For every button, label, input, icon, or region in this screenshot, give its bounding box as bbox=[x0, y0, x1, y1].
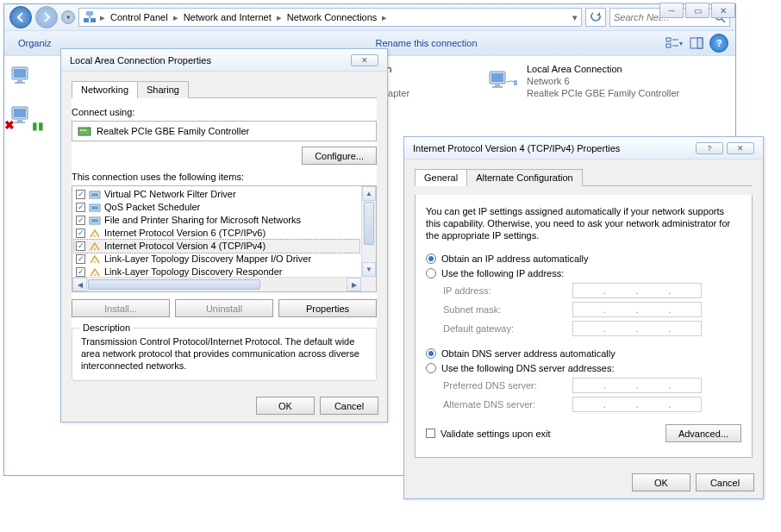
components-listbox[interactable]: ✓Virtual PC Network Filter Driver✓QoS Pa… bbox=[72, 185, 377, 292]
network-adapter-icon bbox=[9, 65, 41, 89]
svg-rect-17 bbox=[491, 73, 503, 82]
scroll-down-button[interactable]: ▼ bbox=[362, 262, 376, 277]
list-item[interactable]: ✓File and Printer Sharing for Microsoft … bbox=[74, 214, 359, 227]
validate-label: Validate settings upon exit bbox=[440, 429, 551, 439]
forward-button[interactable] bbox=[35, 6, 58, 28]
item-checkbox[interactable]: ✓ bbox=[76, 254, 85, 264]
dialog-titlebar[interactable]: Local Area Connection Properties ✕ bbox=[61, 49, 387, 72]
properties-button[interactable]: Properties bbox=[278, 299, 377, 317]
cancel-button[interactable]: Cancel bbox=[320, 397, 378, 415]
list-item[interactable]: ✓Internet Protocol Version 4 (TCP/IPv4) bbox=[74, 240, 359, 253]
list-item[interactable]: ✓Internet Protocol Version 6 (TCP/IPv6) bbox=[74, 227, 359, 240]
cancel-button[interactable]: Cancel bbox=[696, 473, 754, 491]
svg-rect-5 bbox=[666, 44, 671, 47]
description-label: Description bbox=[79, 322, 134, 333]
scrollbar-horizontal[interactable]: ◀ ▶ bbox=[72, 277, 361, 291]
radio-use-ip-label: Use the following IP address: bbox=[441, 268, 564, 279]
ipv4-properties-dialog: Internet Protocol Version 4 (TCP/IPv4) P… bbox=[403, 136, 764, 499]
scroll-thumb[interactable] bbox=[364, 202, 374, 245]
item-checkbox[interactable]: ✓ bbox=[76, 228, 85, 238]
svg-rect-21 bbox=[78, 128, 91, 135]
item-checkbox[interactable]: ✓ bbox=[76, 203, 85, 212]
item-label: QoS Packet Scheduler bbox=[104, 201, 200, 214]
breadcrumb-bar[interactable]: ▸ Control Panel ▸ Network and Internet ▸… bbox=[78, 8, 582, 27]
tab-sharing[interactable]: Sharing bbox=[137, 81, 189, 98]
scroll-left-button[interactable]: ◀ bbox=[72, 278, 87, 291]
configure-button[interactable]: Configure... bbox=[302, 147, 377, 165]
list-item[interactable]: ✓QoS Packet Scheduler bbox=[74, 201, 359, 214]
adapter-field[interactable]: Realtek PCIe GBE Family Controller bbox=[72, 121, 377, 141]
maximize-button[interactable]: ▭ bbox=[685, 3, 709, 18]
list-item[interactable]: ✓Virtual PC Network Filter Driver bbox=[74, 188, 359, 201]
breadcrumb-item[interactable]: Network Connections bbox=[285, 11, 379, 23]
item-label: Link-Layer Topology Discovery Mapper I/O… bbox=[104, 253, 311, 266]
chevron-down-icon[interactable]: ▾ bbox=[572, 12, 578, 23]
svg-rect-15 bbox=[15, 122, 25, 123]
ip-address-label: IP address: bbox=[443, 285, 572, 296]
ok-button[interactable]: OK bbox=[256, 397, 315, 415]
dialog-titlebar[interactable]: Internet Protocol Version 4 (TCP/IPv4) P… bbox=[404, 137, 763, 160]
scroll-right-button[interactable]: ▶ bbox=[347, 278, 361, 291]
help-button[interactable]: ? bbox=[709, 34, 728, 53]
item-checkbox[interactable]: ✓ bbox=[76, 190, 85, 199]
minimize-button[interactable]: ─ bbox=[659, 3, 684, 18]
list-item[interactable]: ✓Link-Layer Topology Discovery Mapper I/… bbox=[74, 253, 359, 266]
radio-use-dns[interactable] bbox=[426, 363, 436, 373]
scroll-thumb[interactable] bbox=[88, 279, 260, 290]
protocol-icon bbox=[89, 228, 101, 239]
chevron-right-icon: ▸ bbox=[100, 12, 105, 23]
alternate-dns-field[interactable]: ... bbox=[572, 397, 702, 412]
item-checkbox[interactable]: ✓ bbox=[76, 267, 85, 277]
preview-pane-button[interactable] bbox=[687, 34, 706, 53]
history-dropdown[interactable]: ▾ bbox=[61, 10, 75, 24]
protocol-icon bbox=[89, 241, 101, 252]
svg-rect-9 bbox=[14, 69, 26, 78]
view-options-button[interactable]: ▾ bbox=[665, 34, 684, 53]
tabstrip: Networking Sharing bbox=[72, 80, 377, 98]
advanced-button[interactable]: Advanced... bbox=[665, 424, 741, 442]
dialog-close-button[interactable]: ✕ bbox=[351, 54, 378, 66]
breadcrumb-item[interactable]: Network and Internet bbox=[182, 11, 273, 23]
svg-rect-23 bbox=[84, 129, 86, 131]
tabstrip: General Alternate Configuration bbox=[415, 168, 753, 186]
ip-address-field[interactable]: ... bbox=[572, 283, 702, 298]
connection-item[interactable]: Local Area Connection Network 6 Realtek … bbox=[487, 63, 679, 99]
connection-device: Realtek PCIe GBE Family Controller bbox=[527, 87, 679, 99]
radio-obtain-ip[interactable] bbox=[426, 253, 436, 264]
breadcrumb-item[interactable]: Control Panel bbox=[109, 11, 170, 23]
connection-item[interactable]: ✖ ▮▮ bbox=[9, 104, 41, 128]
radio-use-ip[interactable] bbox=[426, 268, 436, 279]
list-item[interactable]: ✓Link-Layer Topology Discovery Responder bbox=[74, 266, 359, 277]
back-button[interactable] bbox=[9, 6, 32, 28]
validate-checkbox[interactable] bbox=[426, 429, 435, 438]
ok-button[interactable]: OK bbox=[632, 473, 690, 491]
preferred-dns-field[interactable]: ... bbox=[572, 378, 702, 393]
item-checkbox[interactable]: ✓ bbox=[76, 216, 85, 225]
network-adapter-icon bbox=[487, 69, 518, 93]
dialog-close-button[interactable]: ✕ bbox=[727, 142, 754, 154]
svg-rect-14 bbox=[17, 120, 22, 122]
tab-general[interactable]: General bbox=[415, 169, 467, 186]
refresh-button[interactable] bbox=[585, 8, 606, 27]
gateway-field[interactable]: ... bbox=[572, 321, 702, 336]
organize-menu[interactable]: Organiz bbox=[11, 36, 59, 50]
subnet-mask-label: Subnet mask: bbox=[443, 304, 572, 315]
tab-alternate-configuration[interactable]: Alternate Configuration bbox=[466, 169, 583, 186]
svg-rect-20 bbox=[514, 80, 517, 85]
svg-rect-22 bbox=[80, 129, 83, 131]
scrollbar-vertical[interactable]: ▲ ▼ bbox=[361, 186, 376, 277]
tab-networking[interactable]: Networking bbox=[72, 81, 138, 98]
install-button[interactable]: Install... bbox=[72, 299, 170, 317]
dialog-title: Local Area Connection Properties bbox=[70, 55, 347, 66]
item-label: Internet Protocol Version 6 (TCP/IPv6) bbox=[104, 227, 266, 240]
radio-obtain-ip-label: Obtain an IP address automatically bbox=[441, 253, 588, 264]
radio-obtain-dns[interactable] bbox=[426, 348, 436, 359]
scroll-up-button[interactable]: ▲ bbox=[362, 186, 376, 201]
uninstall-button[interactable]: Uninstall bbox=[175, 299, 273, 317]
svg-rect-27 bbox=[91, 206, 98, 210]
close-button[interactable]: ✕ bbox=[711, 3, 735, 18]
connection-item[interactable] bbox=[9, 65, 41, 89]
dialog-help-button[interactable]: ? bbox=[696, 142, 723, 154]
item-checkbox[interactable]: ✓ bbox=[76, 241, 85, 251]
subnet-mask-field[interactable]: ... bbox=[572, 302, 702, 317]
